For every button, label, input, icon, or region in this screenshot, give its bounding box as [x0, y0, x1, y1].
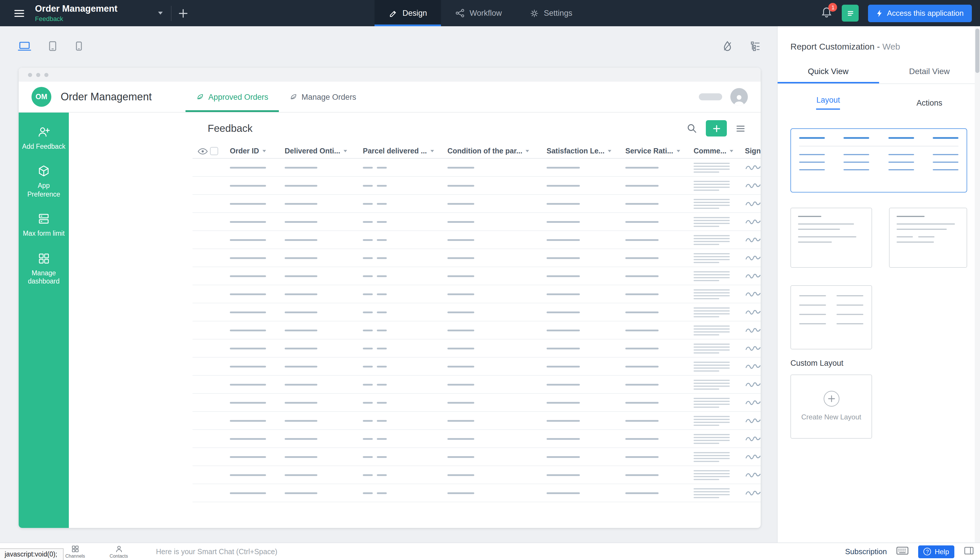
column-header-comments[interactable]: Comme... [693, 147, 745, 155]
cell-satisfaction [547, 438, 625, 440]
tab-quick-view[interactable]: Quick View [778, 58, 879, 83]
record-summary-button[interactable] [842, 5, 859, 22]
table-row[interactable] [192, 231, 761, 249]
layout-option-card-1[interactable] [790, 208, 872, 268]
signature-squiggle-icon [745, 164, 761, 171]
help-button[interactable]: ? Help [918, 545, 954, 558]
table-row[interactable] [192, 394, 761, 412]
notifications-button[interactable]: 1 [821, 6, 833, 20]
cell-order-id [230, 420, 285, 422]
layout-option-card-2[interactable] [889, 208, 967, 268]
table-row[interactable] [192, 484, 761, 502]
layout-option-table-selected[interactable] [790, 128, 967, 192]
contacts-button[interactable]: Contacts [110, 545, 128, 558]
table-row[interactable] [192, 177, 761, 195]
side-panel-icon[interactable] [964, 546, 974, 557]
smart-chat-input[interactable] [156, 547, 483, 556]
add-record-button[interactable] [706, 120, 727, 137]
table-row[interactable] [192, 430, 761, 448]
tab-actions[interactable]: Actions [879, 89, 980, 117]
tab-design[interactable]: Design [375, 0, 441, 26]
table-row[interactable] [192, 267, 761, 285]
table-row[interactable] [192, 213, 761, 231]
dashboard-icon [37, 252, 50, 265]
app-title-block[interactable]: Order Management Feedback [35, 4, 118, 23]
tab-settings[interactable]: Settings [516, 0, 587, 26]
signature-squiggle-icon [745, 200, 761, 207]
table-row[interactable] [192, 322, 761, 340]
select-all-checkbox[interactable] [210, 147, 218, 155]
chevron-down-icon[interactable] [158, 12, 163, 15]
scrollbar-thumb[interactable] [975, 28, 979, 73]
tab-approved-orders[interactable]: Approved Orders [185, 82, 279, 112]
table-row[interactable] [192, 340, 761, 358]
cell-satisfaction [547, 311, 625, 313]
cell-order-id [230, 492, 285, 494]
add-component-button[interactable] [172, 0, 195, 26]
column-header-service-rating[interactable]: Service Rati... [625, 147, 693, 155]
table-row[interactable] [192, 448, 761, 466]
desktop-device-icon[interactable] [18, 40, 32, 52]
column-header-condition[interactable]: Condition of the par... [447, 147, 547, 155]
cell-service-rating [625, 239, 693, 241]
layout-option-two-column[interactable] [790, 285, 872, 349]
cell-satisfaction [547, 383, 625, 385]
cell-signature [745, 308, 761, 316]
signature-squiggle-icon [745, 308, 761, 316]
table-row[interactable] [192, 358, 761, 376]
column-header-delivered-ontime[interactable]: Delivered Onti... [285, 147, 363, 155]
cell-parcel-delivered [363, 203, 447, 205]
table-row[interactable] [192, 412, 761, 430]
sub-tabs: Layout Actions [778, 89, 980, 117]
column-header-signature[interactable]: Sign... [745, 147, 761, 155]
sidebar-item-app-preference[interactable]: App Preference [19, 165, 69, 198]
sidebar-item-add-feedback[interactable]: Add Feedback [19, 125, 69, 151]
column-header-parcel-delivered[interactable]: Parcel delivered ... [363, 147, 447, 155]
theme-icon[interactable] [722, 40, 733, 52]
eye-icon[interactable] [192, 147, 210, 155]
cell-order-id [230, 203, 285, 205]
user-avatar[interactable] [730, 88, 748, 106]
column-header-order-id[interactable]: Order ID [230, 147, 285, 155]
cell-condition [447, 293, 547, 295]
access-application-button[interactable]: Access this application [868, 4, 972, 22]
cell-delivered-ontime [285, 275, 363, 277]
table-row[interactable] [192, 466, 761, 484]
table-row[interactable] [192, 159, 761, 177]
tab-detail-view[interactable]: Detail View [879, 58, 980, 83]
panel-scrollbar[interactable] [975, 26, 980, 542]
table-row[interactable] [192, 376, 761, 394]
tablet-device-icon[interactable] [47, 40, 58, 52]
table-row[interactable] [192, 285, 761, 303]
table-row[interactable] [192, 249, 761, 267]
keyboard-icon[interactable] [896, 546, 909, 557]
sidebar-item-manage-dashboard[interactable]: Manage dashboard [19, 252, 69, 285]
cell-signature [745, 327, 761, 334]
table-row[interactable] [192, 303, 761, 322]
mobile-device-icon[interactable] [73, 40, 84, 52]
tab-approved-orders-label: Approved Orders [208, 92, 268, 101]
sidebar-item-max-form-limit[interactable]: Max form limit [19, 212, 69, 238]
channels-button[interactable]: Channels [65, 545, 85, 558]
column-header-satisfaction[interactable]: Satisfaction Le... [547, 147, 625, 155]
sidebar-item-label: Manage dashboard [22, 268, 66, 285]
cell-satisfaction [547, 257, 625, 259]
structure-icon[interactable] [750, 40, 761, 52]
design-icon [388, 8, 398, 18]
search-icon[interactable] [687, 123, 697, 133]
cell-delivered-ontime [285, 474, 363, 476]
sort-caret-icon [526, 150, 529, 152]
hamburger-menu-icon[interactable] [9, 0, 29, 26]
table-row[interactable] [192, 195, 761, 213]
cell-condition [447, 456, 547, 458]
tab-manage-orders[interactable]: Manage Orders [279, 82, 367, 112]
tab-layout[interactable]: Layout [778, 89, 879, 117]
create-new-layout-button[interactable]: Create New Layout [790, 375, 872, 439]
cell-signature [745, 290, 761, 298]
cell-comments [693, 468, 745, 482]
subscription-link[interactable]: Subscription [845, 547, 887, 556]
report-area: Feedback [69, 113, 761, 528]
view-menu-icon[interactable] [736, 123, 745, 133]
tab-workflow[interactable]: Workflow [441, 0, 516, 26]
cell-order-id [230, 402, 285, 403]
